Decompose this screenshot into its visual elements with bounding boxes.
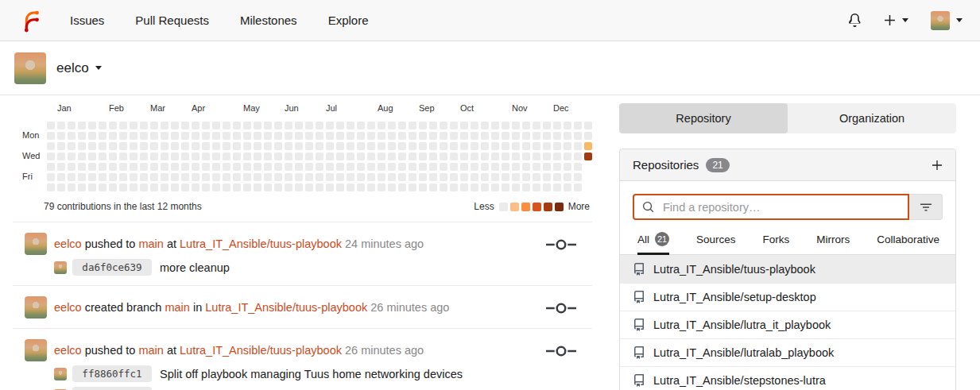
- heatmap-cell: [212, 122, 220, 129]
- feed-repo-link[interactable]: Lutra_IT_Ansible/tuus-playbook: [205, 301, 367, 314]
- feed-user-link[interactable]: eelco: [54, 301, 82, 314]
- repo-list-item[interactable]: Lutra_IT_Ansible/lutra_it_playbook: [620, 311, 955, 338]
- heatmap-month-label: Jun: [285, 103, 299, 113]
- heatmap-month-label: Jan: [57, 103, 72, 113]
- feed-branch-link[interactable]: main: [165, 301, 189, 314]
- feed-user-link[interactable]: eelco: [54, 344, 82, 357]
- feed-repo-link[interactable]: Lutra_IT_Ansible/tuus-playbook: [180, 344, 342, 357]
- heatmap-cell: [502, 173, 509, 181]
- filter-tab-all[interactable]: All 21: [637, 232, 669, 255]
- repositories-title: Repositories: [633, 158, 699, 172]
- heatmap-cell: [99, 153, 107, 160]
- heatmap-cell: [533, 132, 540, 140]
- repo-list-item[interactable]: Lutra_IT_Ansible/setup-desktop: [620, 283, 955, 311]
- heatmap-cell: [398, 163, 406, 171]
- nav-link-explore[interactable]: Explore: [328, 14, 369, 27]
- feed-branch-link[interactable]: main: [138, 344, 163, 357]
- repo-icon: [633, 319, 645, 331]
- feed-user-link[interactable]: eelco: [54, 237, 82, 250]
- heatmap-cell: [543, 183, 551, 191]
- add-repository-button[interactable]: [932, 160, 943, 171]
- nav-link-issues[interactable]: Issues: [70, 14, 104, 27]
- heatmap-cell: [553, 132, 561, 140]
- heatmap-cell: [409, 173, 416, 181]
- repo-list-item[interactable]: Lutra_IT_Ansible/stepstones-lutra: [620, 366, 955, 390]
- heatmap-cell: [367, 142, 375, 150]
- heatmap-cell: [223, 163, 230, 171]
- heatmap-cell: [295, 173, 303, 181]
- heatmap-cell: [357, 173, 365, 181]
- heatmap-month-label: Oct: [460, 103, 474, 113]
- heatmap-cell: [347, 142, 354, 150]
- tab-organization[interactable]: Organization: [788, 103, 956, 133]
- filter-tab-sources[interactable]: Sources: [696, 232, 736, 255]
- repo-list-item[interactable]: Lutra_IT_Ansible/tuus-playbook: [620, 255, 955, 283]
- tab-repository[interactable]: Repository: [619, 103, 788, 133]
- heatmap-cell: [274, 142, 282, 150]
- forgejo-logo[interactable]: [17, 8, 41, 33]
- heatmap-cell: [367, 183, 375, 191]
- heatmap-cell: [99, 142, 107, 150]
- heatmap-cell: [502, 122, 509, 129]
- filter-tab-collaborative[interactable]: Collaborative: [877, 232, 939, 255]
- heatmap-cell: [574, 163, 582, 171]
- commit-sha-badge[interactable]: da6f0ce639: [72, 259, 152, 276]
- feed-repo-link[interactable]: Lutra_IT_Ansible/tuus-playbook: [180, 237, 342, 250]
- filter-tab-forks[interactable]: Forks: [763, 232, 790, 255]
- heatmap-cell: [409, 142, 416, 150]
- heatmap-cell: [150, 163, 158, 171]
- feed-item: eelco pushed to main at Lutra_IT_Ansible…: [13, 222, 592, 286]
- heatmap-cell: [533, 142, 540, 150]
- heatmap-cell: [574, 122, 582, 129]
- heatmap-cell: [419, 173, 427, 181]
- heatmap-cell: [398, 183, 406, 191]
- heatmap-cell: [460, 132, 468, 140]
- heatmap-cell: [471, 183, 478, 191]
- nav-link-milestones[interactable]: Milestones: [240, 14, 297, 27]
- create-new-button[interactable]: [884, 14, 908, 26]
- heatmap-cell: [274, 122, 282, 129]
- heatmap-cell: [171, 183, 179, 191]
- feed-branch-link[interactable]: main: [138, 237, 163, 250]
- profile-user-dropdown[interactable]: eelco: [56, 60, 102, 76]
- heatmap-cell: [512, 163, 520, 171]
- heatmap-cell: [316, 163, 323, 171]
- heatmap-cell: [233, 142, 241, 150]
- repo-list-item[interactable]: Lutra_IT_Ansible/lutralab_playbook: [620, 338, 955, 366]
- heatmap-month-label: May: [243, 103, 260, 113]
- heatmap-cell: [212, 183, 220, 191]
- heatmap-cell: [471, 142, 478, 150]
- heatmap-cell: [512, 173, 520, 181]
- feed-avatar[interactable]: [25, 339, 47, 361]
- filter-tab-mirrors[interactable]: Mirrors: [816, 232, 850, 255]
- heatmap-cell: [150, 132, 158, 140]
- user-menu-button[interactable]: [931, 11, 963, 30]
- repo-search-input[interactable]: [661, 200, 900, 214]
- heatmap-cell: [471, 122, 478, 129]
- repo-filter-button[interactable]: [909, 194, 943, 220]
- heatmap-cell: [305, 132, 313, 140]
- nav-link-pull-requests[interactable]: Pull Requests: [135, 14, 209, 27]
- heatmap-cell: [574, 153, 582, 160]
- feed-avatar[interactable]: [25, 296, 47, 319]
- heatmap-cell: [140, 173, 148, 181]
- profile-avatar[interactable]: [14, 52, 46, 84]
- heatmap-cell: [212, 173, 220, 181]
- commit-sha-badge[interactable]: ff8860ffc1: [72, 365, 152, 382]
- heatmap-cell: [440, 142, 447, 150]
- heatmap-cell: [419, 132, 427, 140]
- heatmap-cell: [522, 142, 530, 150]
- heatmap-cell: [212, 153, 220, 160]
- heatmap-legend-swatches: [499, 203, 564, 211]
- heatmap-cell: [202, 142, 210, 150]
- notifications-button[interactable]: [848, 14, 862, 27]
- heatmap-cell: [295, 132, 303, 140]
- heatmap-cell: [99, 132, 107, 140]
- feed-avatar[interactable]: [25, 233, 47, 255]
- repo-icon: [633, 346, 645, 359]
- heatmap-cell: [429, 183, 437, 191]
- commit-message: Split off playbook managing Tuus home ne…: [160, 368, 463, 380]
- heatmap-cell: [130, 183, 138, 191]
- commit-sha-badge[interactable]: 590336073c: [72, 387, 152, 390]
- heatmap-cell: [512, 153, 520, 160]
